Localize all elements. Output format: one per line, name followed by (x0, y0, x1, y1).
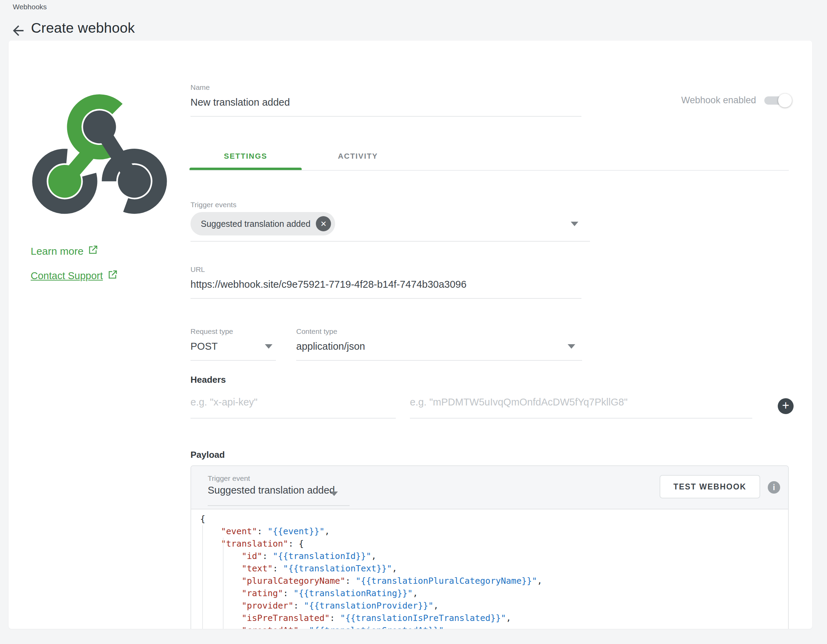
request-type-select[interactable]: POST (190, 339, 276, 354)
content-type-field: Content type application/json (296, 327, 582, 361)
back-arrow-icon (10, 34, 26, 40)
field-underline (410, 418, 752, 418)
page-title: Create webhook (31, 20, 135, 36)
add-header-button[interactable]: + (778, 398, 794, 414)
trigger-events-field: Trigger events Suggested translation add… (190, 201, 590, 242)
field-underline (190, 116, 581, 117)
chevron-down-icon (568, 344, 575, 348)
headers-section-title: Headers (190, 375, 226, 385)
url-label: URL (190, 265, 581, 274)
content-type-select[interactable]: application/json (296, 339, 582, 354)
code-line: "translation": { (200, 538, 788, 550)
name-label: Name (190, 83, 581, 92)
field-underline (190, 418, 396, 418)
code-line: "text": "{{translationText}}", (200, 562, 788, 575)
chevron-down-icon (265, 344, 273, 348)
payload-code-lines: { "event": "{{event}}", "translation": {… (200, 513, 788, 629)
code-line: "provider": "{{translationProvider}}", (200, 600, 788, 612)
back-button[interactable] (10, 23, 26, 39)
name-field: Name (190, 83, 581, 117)
indent-guide (202, 525, 203, 629)
code-line: "createdAt": "{{translationCreatedAt}}", (200, 624, 788, 629)
chip-remove-icon[interactable]: ✕ (316, 216, 331, 231)
code-line: "isPreTranslated": "{{translationIsPreTr… (200, 612, 788, 624)
contact-support-link[interactable]: Contact Support (31, 270, 117, 282)
payload-code[interactable]: { "event": "{{event}}", "translation": {… (191, 509, 788, 629)
test-webhook-button[interactable]: TEST WEBHOOK (660, 475, 760, 498)
code-line: { (200, 513, 788, 525)
code-line: "id": "{{translationId}}", (200, 550, 788, 562)
code-line: "pluralCategoryName": "{{translationPlur… (200, 575, 788, 587)
chip-label: Suggested translation added (201, 219, 311, 229)
url-field: URL (190, 265, 581, 299)
trigger-event-label: Trigger event (208, 474, 250, 482)
code-line: "event": "{{event}}", (200, 525, 788, 538)
field-underline (208, 505, 350, 506)
chevron-down-icon[interactable] (330, 492, 338, 496)
plus-icon: + (782, 398, 789, 412)
webhook-card: Learn more Contact Support Name Webhook … (9, 40, 812, 629)
webhook-enabled-label: Webhook enabled (681, 95, 756, 106)
breadcrumb[interactable]: Webhooks (13, 3, 47, 11)
header-key-field (190, 394, 396, 418)
trigger-event-chip[interactable]: Suggested translation added ✕ (190, 212, 335, 235)
external-link-icon (108, 270, 117, 282)
tab-divider (189, 170, 789, 171)
url-input[interactable] (190, 277, 581, 292)
trigger-events-label: Trigger events (190, 201, 590, 209)
payload-panel-header: Trigger event Suggested translation adde… (191, 466, 788, 509)
field-underline (190, 360, 276, 361)
content-type-value: application/json (296, 341, 365, 352)
request-type-value: POST (190, 341, 218, 352)
header-value-input[interactable] (410, 394, 752, 410)
field-underline (190, 241, 590, 242)
contact-support-label: Contact Support (31, 270, 103, 282)
tab-settings[interactable]: SETTINGS (189, 144, 302, 171)
request-type-label: Request type (190, 327, 276, 336)
indent-guide (223, 538, 223, 629)
webhook-logo-icon (30, 86, 169, 220)
webhook-enabled-row: Webhook enabled (681, 95, 791, 106)
tab-bar: SETTINGS ACTIVITY (189, 144, 414, 171)
header-key-input[interactable] (190, 394, 396, 410)
name-input[interactable] (190, 95, 581, 110)
code-line: "rating": "{{translationRating}}", (200, 587, 788, 600)
chevron-down-icon[interactable] (571, 222, 578, 226)
payload-panel: Trigger event Suggested translation adde… (190, 465, 789, 629)
tab-activity[interactable]: ACTIVITY (302, 144, 414, 171)
request-type-field: Request type POST (190, 327, 276, 361)
learn-more-link[interactable]: Learn more (31, 245, 98, 257)
toggle-knob (778, 93, 792, 107)
tab-activity-label: ACTIVITY (338, 152, 378, 160)
webhook-enabled-toggle[interactable] (764, 96, 791, 105)
tab-settings-label: SETTINGS (224, 152, 267, 160)
field-underline (190, 298, 581, 299)
learn-more-label: Learn more (31, 246, 83, 257)
field-underline (296, 360, 582, 361)
info-icon[interactable]: i (768, 481, 780, 493)
content-type-label: Content type (296, 327, 582, 336)
payload-section-title: Payload (190, 450, 225, 460)
trigger-events-select[interactable]: Suggested translation added ✕ (190, 212, 590, 235)
trigger-event-select[interactable]: Suggested translation added (208, 485, 335, 496)
header-value-field (410, 394, 752, 418)
external-link-icon (88, 245, 98, 257)
